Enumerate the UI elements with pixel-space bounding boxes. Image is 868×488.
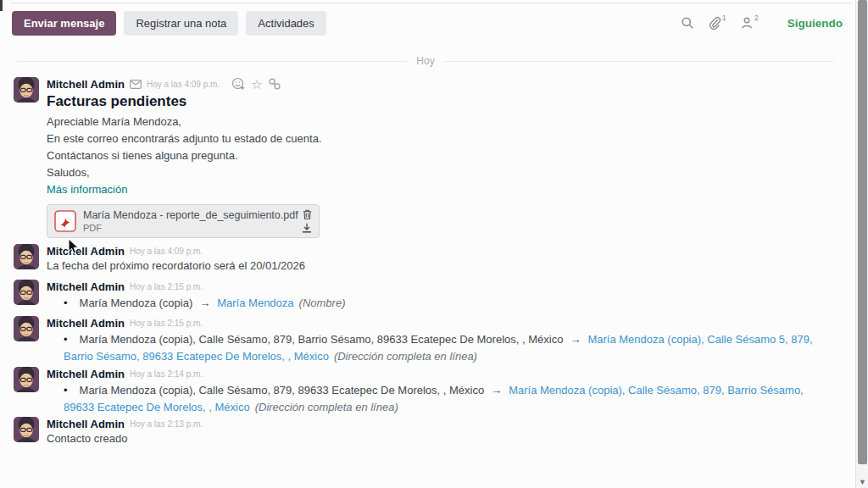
message-body: Contacto creado [47,430,836,447]
message-tracking: Mitchell Admin Hoy a las 2:14 p.m. •Marí… [14,367,836,416]
tracking-old-value: María Mendoza (copia) [80,297,193,309]
author-name: Mitchell Admin [47,317,125,330]
message-tracking: Mitchell Admin Hoy a las 2:15 p.m. •Marí… [14,280,836,312]
bullet: • [64,333,68,346]
activities-button[interactable]: Actividades [246,11,326,36]
arrow-icon: → [491,384,502,396]
tracking-new-value[interactable]: María Mendoza [217,297,293,309]
message-body-line: Apreciable María Mendoza, [47,114,836,130]
followers-count: 2 [754,14,759,22]
search-icon[interactable] [681,16,694,30]
message-body-line: Saludos, [47,164,836,181]
tracking-field-name: (Dirección completa en línea) [255,401,398,413]
author-name: Mitchell Admin [47,78,125,91]
tracking-change: •María Mendoza (copia)→María Mendoza(Nom… [47,295,836,312]
message-timestamp: Hoy a las 2:15 p.m. [130,319,203,328]
avatar [14,77,39,103]
attachments-icon[interactable]: 1 [708,16,726,30]
bullet: • [64,384,68,396]
avatar [14,280,39,305]
arrow-icon: → [570,333,581,346]
scrollbar-down-arrow[interactable]: ▼ [856,478,868,486]
pdf-icon [54,210,76,232]
tracking-change: •María Mendoza (copia), Calle Sésamo, 87… [47,331,836,365]
author-name: Mitchell Admin [47,368,125,380]
star-icon[interactable]: ☆ [251,78,262,91]
author-name: Mitchell Admin [47,418,125,430]
message-timestamp: Hoy a las 4:09 p.m. [130,247,203,256]
attachment-filetype: PDF [83,223,302,233]
chatter-panel: Enviar mensaje Registrar una nota Activi… [0,0,868,488]
delete-attachment-icon[interactable] [303,209,312,219]
author-name: Mitchell Admin [47,245,125,258]
add-reaction-icon[interactable] [231,77,246,92]
attachment-filename: María Mendoza - reporte_de_seguimiento.p… [83,209,302,221]
divider-label: Hoy [408,55,442,67]
message-body-line: En este correo encontrarás adjunto tu es… [47,130,836,147]
scrollbar[interactable]: ▼ [855,0,868,488]
avatar [14,244,39,269]
link-icon[interactable] [268,78,281,90]
scrollbar-thumb[interactable] [858,0,867,464]
tracking-field-name: (Dirección completa en línea) [334,350,477,363]
divider-line [17,61,408,62]
avatar [14,417,39,442]
followers-icon[interactable]: 2 [740,16,759,30]
message-timestamp: Hoy a las 2:13 p.m. [130,419,203,429]
attachment-actions [302,209,312,233]
more-info-link[interactable]: Más información [47,181,127,198]
log-note-button[interactable]: Registrar una nota [124,11,238,36]
message-timestamp: Hoy a las 4:09 p.m. [147,80,220,89]
message-subject: Facturas pendientes [47,93,836,110]
avatar [14,367,39,392]
tracking-change: •María Mendoza (copia), Calle Sésamo, 87… [47,382,836,416]
attachment-meta: María Mendoza - reporte_de_seguimiento.p… [83,209,302,233]
arrow-icon: → [199,297,210,309]
attachments-count: 1 [722,14,726,22]
message-timestamp: Hoy a las 2:15 p.m. [130,282,203,291]
avatar [14,316,39,341]
message-email: Mitchell Admin Hoy a las 4:09 p.m. ☆ Fac… [14,77,836,238]
window-edge [0,0,3,11]
message-body-line: Contáctanos si tienes alguna pregunta. [47,147,836,164]
tracking-old-value: María Mendoza (copia), Calle Sésamo, 879… [80,333,564,346]
tracking-field-name: (Nombre) [299,297,346,309]
download-attachment-icon[interactable] [302,223,312,233]
following-button[interactable]: Siguiendo [787,17,843,30]
message-tracking: Mitchell Admin Hoy a las 2:15 p.m. •Marí… [14,316,836,365]
attachment-card[interactable]: María Mendoza - reporte_de_seguimiento.p… [47,204,320,238]
chatter-toolbar: Enviar mensaje Registrar una nota Activi… [12,10,843,36]
author-name: Mitchell Admin [47,280,125,293]
divider-line [443,61,834,62]
toolbar-right: 1 2 Siguiendo [681,16,843,30]
message-body: La fecha del próximo recordatorio será e… [47,258,836,274]
envelope-icon [130,80,142,89]
bullet: • [64,297,68,309]
date-divider: Hoy [17,55,834,67]
message-note: Mitchell Admin Hoy a las 2:13 p.m. Conta… [14,417,836,447]
send-message-button[interactable]: Enviar mensaje [12,11,116,36]
tracking-old-value: María Mendoza (copia), Calle Sésamo, 879… [80,384,485,396]
message-note: Mitchell Admin Hoy a las 4:09 p.m. La fe… [14,244,836,274]
top-panel-edge [10,0,851,3]
message-timestamp: Hoy a las 2:14 p.m. [130,369,203,379]
